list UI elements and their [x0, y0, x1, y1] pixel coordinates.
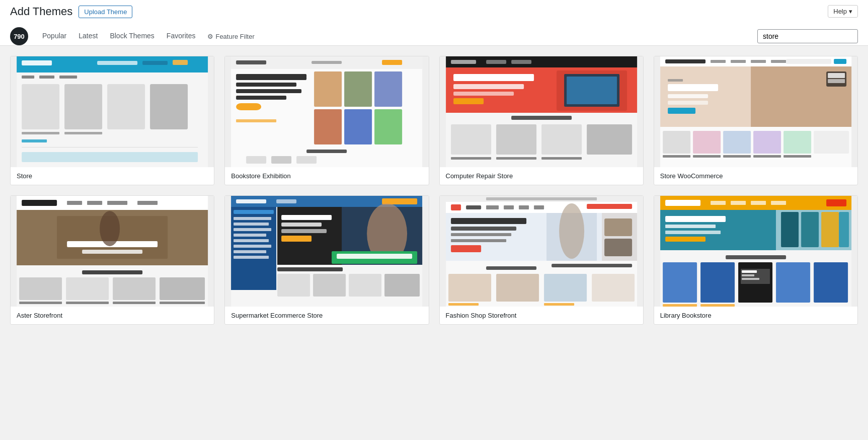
svg-rect-34	[236, 119, 276, 122]
svg-rect-89	[783, 155, 811, 158]
svg-rect-2	[22, 60, 52, 65]
svg-rect-166	[496, 274, 539, 302]
theme-card-store[interactable]: Store	[10, 56, 214, 185]
theme-name-computer: Computer Repair Store	[440, 167, 643, 185]
svg-rect-123	[233, 239, 269, 242]
tab-favorites[interactable]: Favorites	[161, 28, 202, 45]
svg-rect-122	[233, 234, 266, 237]
theme-preview-store	[11, 56, 214, 167]
svg-rect-177	[771, 201, 786, 205]
svg-rect-140	[384, 274, 420, 297]
svg-rect-88	[753, 155, 781, 158]
svg-rect-186	[801, 212, 819, 247]
svg-point-102	[100, 211, 120, 246]
theme-card-bookstore[interactable]: Bookstore Exhibition	[224, 56, 429, 185]
svg-rect-154	[451, 227, 516, 231]
theme-card-fashion[interactable]: Fashion Shop Storefront	[439, 195, 644, 325]
themes-grid-container: Store	[0, 46, 868, 335]
svg-rect-175	[731, 201, 746, 205]
svg-rect-198	[814, 262, 848, 303]
theme-preview-store-woo	[654, 56, 857, 167]
svg-rect-43	[511, 60, 531, 64]
svg-rect-178	[826, 199, 846, 206]
theme-preview-aster	[11, 196, 214, 307]
svg-rect-131	[281, 236, 311, 242]
upload-theme-button[interactable]: Upload Theme	[78, 6, 132, 18]
svg-rect-146	[466, 205, 481, 209]
theme-preview-supermarket	[225, 196, 428, 307]
theme-card-supermarket[interactable]: Supermarket Ecommerce Store	[224, 195, 429, 325]
svg-rect-5	[173, 60, 188, 65]
tab-popular[interactable]: Popular	[36, 28, 72, 45]
svg-rect-52	[511, 116, 572, 120]
svg-rect-185	[781, 212, 799, 247]
svg-rect-161	[604, 218, 632, 236]
search-input[interactable]	[757, 29, 858, 43]
svg-rect-101	[82, 250, 142, 254]
svg-rect-38	[296, 156, 317, 164]
svg-rect-136	[277, 267, 343, 271]
svg-rect-71	[668, 79, 683, 82]
theme-card-store-woo[interactable]: Store WooCommerce	[654, 56, 858, 185]
svg-rect-187	[821, 212, 839, 247]
svg-rect-149	[519, 205, 529, 209]
svg-rect-189	[726, 255, 786, 259]
svg-rect-111	[160, 302, 205, 304]
svg-rect-81	[723, 131, 751, 154]
svg-rect-73	[668, 94, 708, 98]
svg-rect-191	[700, 262, 735, 303]
svg-rect-41	[451, 60, 476, 64]
svg-rect-78	[828, 79, 845, 83]
theme-card-aster[interactable]: Aster Storefront	[10, 195, 214, 325]
svg-rect-200	[700, 304, 735, 307]
svg-rect-138	[313, 274, 346, 297]
svg-rect-77	[828, 73, 845, 78]
svg-rect-72	[668, 84, 718, 91]
svg-rect-75	[668, 108, 695, 114]
svg-rect-25	[236, 89, 301, 93]
svg-rect-151	[587, 204, 632, 209]
tab-latest[interactable]: Latest	[72, 28, 104, 45]
svg-rect-156	[451, 239, 506, 242]
svg-rect-143	[486, 197, 597, 200]
svg-rect-162	[604, 239, 632, 256]
svg-rect-165	[448, 274, 491, 302]
svg-rect-120	[233, 223, 269, 226]
svg-rect-103	[82, 270, 142, 274]
tab-block-themes[interactable]: Block Themes	[104, 28, 160, 45]
svg-rect-26	[236, 96, 286, 100]
svg-rect-3	[97, 61, 137, 65]
svg-rect-6	[22, 76, 34, 79]
svg-rect-57	[451, 157, 491, 160]
theme-preview-computer	[440, 56, 643, 167]
svg-rect-157	[451, 245, 481, 252]
help-label: Help	[833, 8, 847, 15]
svg-rect-182	[665, 231, 721, 234]
theme-name-library: Library Bookstore	[654, 307, 857, 324]
svg-rect-27	[236, 103, 261, 110]
svg-rect-32	[344, 109, 372, 144]
svg-rect-153	[451, 218, 526, 224]
svg-rect-22	[382, 60, 402, 65]
svg-rect-53	[451, 124, 491, 155]
svg-rect-28	[314, 71, 342, 107]
svg-rect-10	[64, 84, 102, 129]
svg-rect-46	[453, 84, 524, 89]
svg-rect-68	[834, 59, 846, 64]
svg-rect-14	[64, 132, 102, 134]
svg-rect-82	[753, 131, 781, 154]
svg-rect-147	[486, 205, 499, 209]
theme-card-library[interactable]: Library Bookstore	[654, 195, 858, 325]
svg-rect-107	[160, 277, 205, 300]
svg-rect-150	[534, 205, 544, 209]
svg-rect-92	[22, 200, 57, 206]
svg-rect-54	[496, 124, 536, 155]
svg-rect-64	[731, 60, 746, 63]
svg-rect-21	[311, 61, 342, 64]
svg-rect-119	[233, 217, 271, 220]
help-button[interactable]: Help ▾	[828, 5, 858, 18]
svg-rect-80	[693, 131, 721, 154]
svg-rect-47	[453, 92, 514, 96]
feature-filter-button[interactable]: ⚙ Feature Filter	[201, 29, 260, 44]
theme-card-computer[interactable]: Computer Repair Store	[439, 56, 644, 185]
